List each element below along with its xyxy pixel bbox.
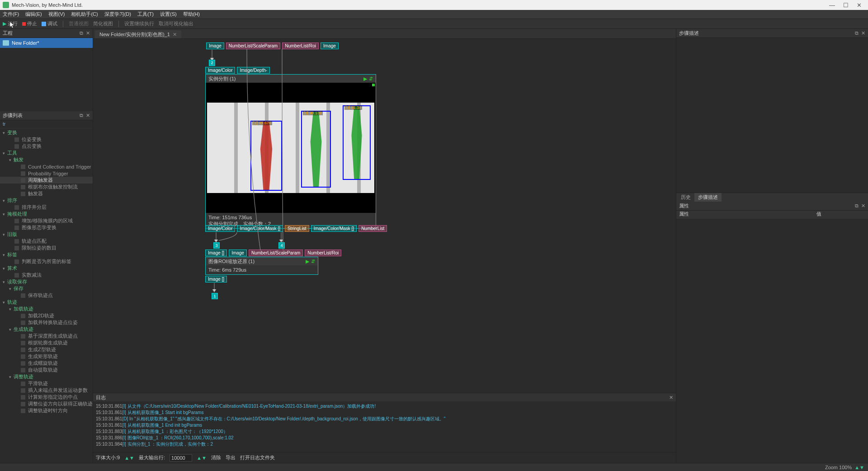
- log-body[interactable]: 15:10:31.861[I] 从文件（C:/Users/win10/Deskt…: [93, 401, 676, 452]
- tree-node[interactable]: 根据轮廓生成轨迹: [0, 339, 93, 346]
- num-node-3[interactable]: 3: [213, 242, 220, 249]
- port-scaleparam[interactable]: NumberList/ScaleParam: [226, 42, 280, 49]
- tree-node[interactable]: ▾掩模处理: [0, 211, 93, 217]
- tree-node[interactable]: 加载2D轨迹: [0, 312, 93, 319]
- log-openfolder-button[interactable]: 打开日志文件夹: [240, 454, 275, 461]
- port-image-color[interactable]: Image/Color: [205, 67, 235, 74]
- canvas-tab[interactable]: New Folder/实例分割(彩色图)_1 ✕: [95, 30, 181, 38]
- tree-node[interactable]: ▾工具: [0, 150, 93, 156]
- panel-close-icon[interactable]: ✕: [86, 113, 90, 118]
- node-instance-seg[interactable]: 实例分割 (1) ▶ ⇵ [1] 45.670: [205, 74, 376, 229]
- step-filter-input[interactable]: tr: [0, 120, 93, 128]
- log-close-icon[interactable]: ✕: [669, 395, 673, 400]
- menu-edit[interactable]: 编辑(E): [25, 11, 42, 18]
- menu-tools[interactable]: 工具(T): [137, 11, 154, 18]
- tree-node[interactable]: ▾变换: [0, 129, 93, 136]
- tree-node[interactable]: 保存轨迹点: [0, 292, 93, 299]
- node-roi-restore[interactable]: 图像ROI缩放还原 (1) ▶ ⇵ Time: 6ms 729us: [205, 257, 318, 275]
- tree-node[interactable]: ▾排序: [0, 197, 93, 204]
- tree-node[interactable]: 调整轨迹时针方向: [0, 407, 93, 414]
- tab-history[interactable]: 历史: [677, 193, 694, 202]
- panel-close-icon[interactable]: ✕: [861, 203, 865, 209]
- menu-view[interactable]: 视图(V): [48, 11, 65, 18]
- tree-node[interactable]: 增加/移除掩膜内的区域: [0, 217, 93, 224]
- port-roi[interactable]: NumberList/Roi: [282, 42, 319, 49]
- tree-node[interactable]: ▾生成轨迹: [0, 326, 93, 333]
- port-out-mask1[interactable]: Image/Color/Mask []: [237, 225, 283, 232]
- tree-node[interactable]: 轨迹点匹配: [0, 238, 93, 245]
- port-image[interactable]: Image: [206, 42, 224, 49]
- tree-node[interactable]: ▾旧版: [0, 231, 93, 238]
- port-image-depth[interactable]: Image/Depth-: [237, 67, 270, 74]
- node-play-icon[interactable]: ▶: [363, 76, 367, 82]
- tree-node[interactable]: 实数减法: [0, 272, 93, 278]
- tree-node[interactable]: 位姿变换: [0, 136, 93, 143]
- tree-node[interactable]: ▾轨迹: [0, 299, 93, 306]
- spinner-icon[interactable]: ▲▼: [854, 465, 864, 470]
- simple-view-button[interactable]: 简化视图: [93, 20, 113, 27]
- log-maxout-input[interactable]: [170, 454, 192, 462]
- continue-exec-button[interactable]: 设置继续执行: [124, 20, 154, 27]
- port-out-color[interactable]: Image/Color: [205, 225, 235, 232]
- tree-node[interactable]: 平滑轨迹: [0, 380, 93, 387]
- stop-button[interactable]: 停止: [22, 20, 37, 27]
- tree-node[interactable]: ▾保存: [0, 285, 93, 292]
- panel-detach-icon[interactable]: ⧉: [855, 30, 859, 36]
- port-out-mask2[interactable]: Image/Color/Mask []: [311, 225, 357, 232]
- port-out-imagearr[interactable]: Image []: [205, 276, 227, 283]
- tree-node[interactable]: 生成矩形轨迹: [0, 353, 93, 360]
- minimize-button[interactable]: —: [829, 2, 835, 9]
- tree-node[interactable]: 生成Z型轨迹: [0, 346, 93, 353]
- port-image-2[interactable]: Image: [321, 42, 339, 49]
- normal-view-button[interactable]: 普通视图: [69, 20, 89, 27]
- run-button[interactable]: ▶运行: [3, 20, 18, 27]
- tree-node[interactable]: ▾触发: [0, 156, 93, 163]
- tree-node[interactable]: 判断是否为所需的标签: [0, 258, 93, 265]
- tree-node[interactable]: Count Collection and Trigger: [0, 163, 93, 170]
- debug-toggle[interactable]: 调试: [42, 20, 57, 27]
- node-expand-icon[interactable]: ⇵: [369, 76, 373, 82]
- spinner-icon[interactable]: ▲▼: [197, 455, 207, 461]
- tree-node[interactable]: 点云变换: [0, 143, 93, 150]
- panel-close-icon[interactable]: ✕: [86, 30, 90, 36]
- node-expand-icon[interactable]: ⇵: [311, 259, 315, 264]
- port-out-stringlist[interactable]: StringList: [285, 225, 309, 232]
- step-tree[interactable]: ▾变换位姿变换点云变换▾工具▾触发Count Collection and Tr…: [0, 128, 93, 463]
- port-out-numlist[interactable]: NumberList: [359, 225, 387, 232]
- tree-node[interactable]: 调整位姿方向以获得正确轨迹: [0, 400, 93, 407]
- menu-deeplearn[interactable]: 深度学习(D): [104, 11, 131, 18]
- tree-node[interactable]: 基于深度图生成轨迹点: [0, 333, 93, 339]
- tab-step-desc[interactable]: 步骤描述: [694, 193, 722, 202]
- tab-close-icon[interactable]: ✕: [173, 32, 177, 38]
- tree-node[interactable]: 自动提取轨迹: [0, 367, 93, 373]
- tree-node[interactable]: 加载并转换轨迹点位姿: [0, 319, 93, 326]
- panel-detach-icon[interactable]: ⧉: [855, 203, 859, 209]
- node-play-icon[interactable]: ▶: [306, 259, 309, 264]
- menu-help[interactable]: 帮助(H): [183, 11, 200, 18]
- port-in-roi[interactable]: NumberList/Roi: [305, 250, 341, 256]
- tree-node[interactable]: 排序并分层: [0, 204, 93, 211]
- close-button[interactable]: ✕: [857, 2, 862, 9]
- num-node-1[interactable]: 1: [212, 293, 218, 299]
- canvas-area[interactable]: Image NumberList/ScaleParam NumberList/R…: [93, 39, 676, 393]
- cancel-vis-button[interactable]: 取消可视化输出: [159, 20, 193, 27]
- menu-camera[interactable]: 相机助手(C): [71, 11, 98, 18]
- tree-node[interactable]: Probability Trigger: [0, 170, 93, 177]
- panel-detach-icon[interactable]: ⧉: [80, 30, 83, 36]
- tree-node[interactable]: ▾读取保存: [0, 278, 93, 285]
- log-export-button[interactable]: 导出: [226, 454, 236, 461]
- port-in-scale[interactable]: NumberList/ScaleParam: [249, 250, 303, 256]
- panel-close-icon[interactable]: ✕: [861, 30, 865, 36]
- menu-file[interactable]: 文件(F): [3, 11, 19, 18]
- tree-node[interactable]: ▾调整轨迹: [0, 373, 93, 380]
- panel-detach-icon[interactable]: ⧉: [80, 113, 83, 118]
- tree-node[interactable]: ▾标签: [0, 251, 93, 258]
- tree-node[interactable]: 计算矩形指定边的中点: [0, 394, 93, 400]
- tree-node[interactable]: 根据布尔值触发控制流: [0, 184, 93, 190]
- tree-node[interactable]: 周期触发器: [0, 177, 93, 184]
- tree-node[interactable]: 插入未端点并发送运动参数: [0, 387, 93, 394]
- tree-node[interactable]: 生成螺旋轨迹: [0, 360, 93, 367]
- num-node-4[interactable]: 4: [278, 242, 285, 249]
- tree-node[interactable]: ▾加载轨迹: [0, 306, 93, 312]
- log-clear-button[interactable]: 清除: [211, 454, 221, 461]
